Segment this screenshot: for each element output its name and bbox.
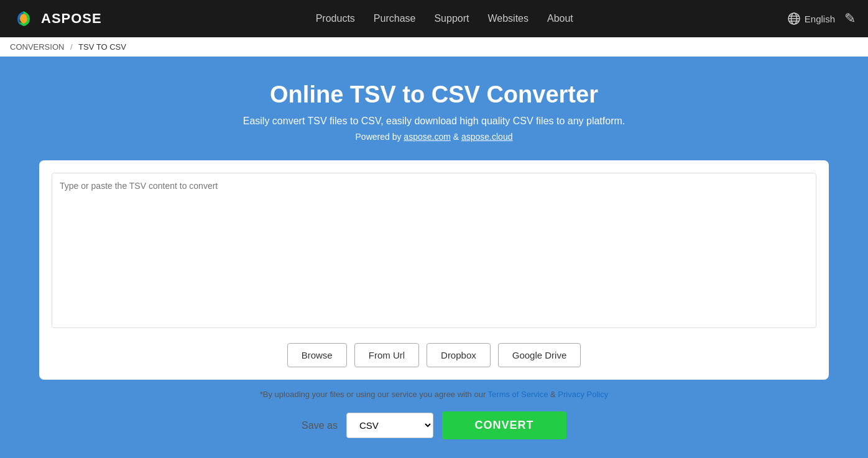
upload-buttons: Browse From Url Dropbox Google Drive bbox=[52, 343, 816, 367]
header: ASPOSE Products Purchase Support Website… bbox=[0, 0, 868, 37]
breadcrumb: CONVERSION / TSV TO CSV bbox=[0, 37, 868, 57]
tsv-input[interactable] bbox=[52, 173, 816, 328]
header-right: English ✎ bbox=[787, 11, 856, 27]
dropbox-button[interactable]: Dropbox bbox=[427, 343, 491, 367]
terms-of-service-link[interactable]: Terms of Service bbox=[488, 390, 548, 399]
nav-products[interactable]: Products bbox=[316, 13, 355, 24]
globe-icon bbox=[787, 12, 801, 25]
upload-card: Browse From Url Dropbox Google Drive bbox=[39, 160, 829, 380]
nav-purchase[interactable]: Purchase bbox=[374, 13, 416, 24]
page-subtitle: Easily convert TSV files to CSV, easily … bbox=[12, 116, 856, 127]
privacy-policy-link[interactable]: Privacy Policy bbox=[558, 390, 608, 399]
google-drive-button[interactable]: Google Drive bbox=[498, 343, 581, 367]
aspose-com-link[interactable]: aspose.com bbox=[404, 132, 450, 142]
convert-button[interactable]: CONVERT bbox=[442, 411, 566, 439]
breadcrumb-separator: / bbox=[70, 42, 73, 52]
logo-area: ASPOSE bbox=[12, 7, 102, 30]
save-as-row: Save as CSV TSV XLSX XLS ODS CONVERT bbox=[12, 411, 856, 439]
terms-separator: & bbox=[548, 390, 558, 399]
from-url-button[interactable]: From Url bbox=[354, 343, 419, 367]
language-button[interactable]: English bbox=[787, 12, 835, 25]
main-content: Online TSV to CSV Converter Easily conve… bbox=[0, 57, 868, 458]
user-icon[interactable]: ✎ bbox=[844, 11, 856, 27]
powered-by-sep: & bbox=[451, 132, 461, 142]
aspose-cloud-link[interactable]: aspose.cloud bbox=[461, 132, 513, 142]
terms-text: *By uploading your files or using our se… bbox=[12, 390, 856, 399]
terms-prefix: *By uploading your files or using our se… bbox=[260, 390, 488, 399]
powered-by-prefix: Powered by bbox=[356, 132, 404, 142]
main-nav: Products Purchase Support Websites About bbox=[102, 13, 787, 24]
nav-websites[interactable]: Websites bbox=[487, 13, 529, 24]
powered-by: Powered by aspose.com & aspose.cloud bbox=[12, 132, 856, 142]
aspose-logo-icon bbox=[12, 7, 35, 30]
save-as-label: Save as bbox=[302, 420, 338, 431]
page-title: Online TSV to CSV Converter bbox=[12, 81, 856, 108]
logo-text: ASPOSE bbox=[41, 11, 102, 27]
nav-support[interactable]: Support bbox=[434, 13, 469, 24]
language-label: English bbox=[805, 14, 835, 24]
browse-button[interactable]: Browse bbox=[287, 343, 347, 367]
breadcrumb-home[interactable]: CONVERSION bbox=[10, 42, 64, 52]
nav-about[interactable]: About bbox=[547, 13, 573, 24]
format-select[interactable]: CSV TSV XLSX XLS ODS bbox=[346, 413, 433, 438]
breadcrumb-current: TSV TO CSV bbox=[78, 42, 126, 52]
